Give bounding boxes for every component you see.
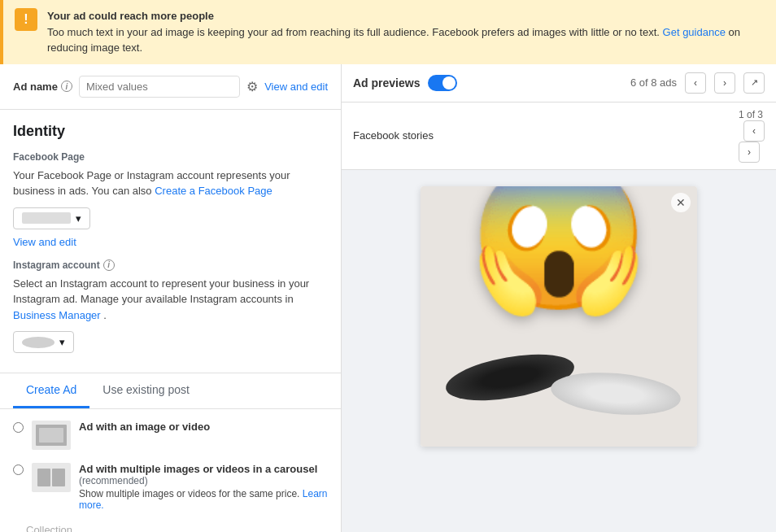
fb-page-avatar <box>22 212 71 224</box>
ad-previews-toggle[interactable] <box>428 75 457 91</box>
ad-name-input[interactable] <box>79 76 240 98</box>
warning-icon: ! <box>15 8 37 31</box>
carousel-icon <box>32 463 71 492</box>
close-preview-button[interactable]: ✕ <box>671 193 691 212</box>
instagram-info-icon[interactable]: i <box>103 259 115 271</box>
image-video-label: Ad with an image or video <box>79 421 210 433</box>
tab-use-existing-post[interactable]: Use existing post <box>89 373 203 408</box>
ig-dropdown-chevron-icon: ▾ <box>59 336 65 348</box>
light-bracelet <box>549 368 682 420</box>
main-layout: Ad name i ⚙ View and edit Identity Faceb… <box>0 64 776 533</box>
preview-sub-header: Facebook stories 1 of 3 ‹ › <box>342 102 776 170</box>
image-video-icon <box>32 421 71 450</box>
ad-name-text: Ad name <box>13 81 58 93</box>
ad-options: Ad with an image or video Ad with multip… <box>0 409 341 532</box>
placement-label: Facebook stories <box>353 129 434 142</box>
left-panel: Ad name i ⚙ View and edit Identity Faceb… <box>0 64 342 533</box>
warning-title: Your ad could reach more people <box>47 10 214 22</box>
external-link-button[interactable]: ↗ <box>743 72 765 94</box>
identity-section: Identity Facebook Page Your Facebook Pag… <box>0 110 341 374</box>
preview-header: Ad previews 6 of 8 ads ‹ › ↗ <box>342 64 776 102</box>
ig-suffix: . <box>103 309 107 321</box>
gear-button[interactable]: ⚙ <box>246 79 258 94</box>
tab-create-ad[interactable]: Create Ad <box>13 373 89 408</box>
next-ad-button[interactable]: › <box>714 72 735 94</box>
business-manager-link[interactable]: Business Manager <box>13 309 101 321</box>
ad-option-carousel: Ad with multiple images or videos in a c… <box>13 463 328 511</box>
preview-counter: 6 of 8 ads <box>630 76 677 89</box>
create-fb-page-link[interactable]: Create a Facebook Page <box>155 185 272 197</box>
ad-preview-card: ✕ 😱 <box>421 186 697 447</box>
carousel-label-text: Ad with multiple images or videos in a c… <box>79 463 317 475</box>
get-guidance-link[interactable]: Get guidance <box>663 26 726 38</box>
view-edit-link[interactable]: View and edit <box>264 81 328 93</box>
instagram-account-dropdown[interactable]: ▾ <box>13 331 74 353</box>
ad-previews-label: Ad previews <box>353 76 420 89</box>
ig-desc-text: Select an Instagram account to represent… <box>13 277 309 306</box>
ad-option-image-video: Ad with an image or video <box>13 421 328 450</box>
ig-avatar <box>22 337 54 348</box>
sub-counter: 1 of 3 ‹ › <box>739 109 765 163</box>
instagram-account-label: Instagram account <box>13 259 100 271</box>
carousel-sublabel: (recommended) <box>79 475 328 486</box>
facebook-page-description: Your Facebook Page or Instagram account … <box>13 168 328 199</box>
carousel-extra: Show multiple images or videos for the s… <box>79 488 328 511</box>
preview-area: ✕ 😱 <box>342 170 776 533</box>
bracelet-background <box>421 186 697 447</box>
preview-image: ✕ 😱 <box>421 186 697 447</box>
image-video-label-text: Ad with an image or video <box>79 421 210 433</box>
collection-label-text: Collection <box>26 524 72 532</box>
ad-name-info-icon[interactable]: i <box>61 81 72 92</box>
fb-page-view-edit[interactable]: View and edit <box>13 236 76 248</box>
tabs-bar: Create Ad Use existing post <box>0 373 341 409</box>
warning-text: Your ad could reach more people Too much… <box>47 8 765 56</box>
next-placement-button[interactable]: › <box>739 142 760 163</box>
facebook-page-label: Facebook Page <box>13 151 328 163</box>
dark-bracelet <box>442 346 578 408</box>
carousel-extra-text: Show multiple images or videos for the s… <box>79 488 299 499</box>
radio-image-video[interactable] <box>13 422 24 433</box>
radio-carousel[interactable] <box>13 464 24 475</box>
dropdown-chevron-icon: ▾ <box>76 212 81 225</box>
sub-counter-text: 1 of 3 <box>739 109 763 120</box>
warning-banner: ! Your ad could reach more people Too mu… <box>0 0 776 64</box>
prev-ad-button[interactable]: ‹ <box>685 72 706 94</box>
prev-placement-button[interactable]: ‹ <box>743 120 765 142</box>
ad-name-bar: Ad name i ⚙ View and edit <box>0 64 341 110</box>
warning-message: Too much text in your ad image is keepin… <box>47 26 660 38</box>
identity-title: Identity <box>13 123 328 140</box>
collection-label: Collection <box>13 524 328 532</box>
right-panel: Ad previews 6 of 8 ads ‹ › ↗ Facebook st… <box>342 64 776 533</box>
carousel-label: Ad with multiple images or videos in a c… <box>79 463 328 511</box>
ad-name-label: Ad name i <box>13 81 72 93</box>
facebook-page-dropdown[interactable]: ▾ <box>13 207 90 229</box>
instagram-description: Select an Instagram account to represent… <box>13 276 328 324</box>
